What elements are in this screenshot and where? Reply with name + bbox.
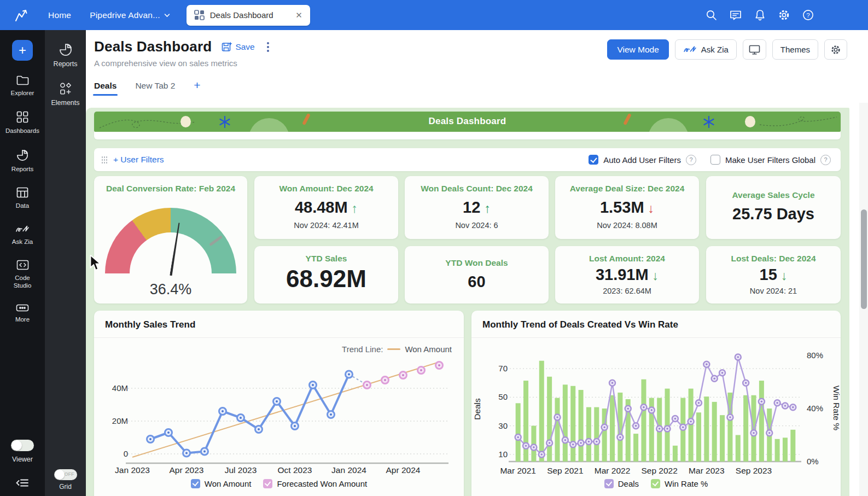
page-title: Deals Dashboard: [94, 38, 212, 55]
legend-item-won-amount[interactable]: Won Amount: [191, 479, 252, 488]
top-navbar: Home Pipedrive Advan... Deals Dashboard …: [0, 0, 868, 30]
legend-checkbox: [191, 479, 200, 488]
zoho-analytics-logo-icon[interactable]: [12, 7, 30, 24]
viewer-mode-toggle[interactable]: [11, 440, 34, 451]
main-area: Deals Dashboard Save A comprehensive vie…: [86, 30, 868, 496]
help-question-icon[interactable]: ?: [820, 155, 831, 165]
collapse-sidebar-icon[interactable]: [15, 477, 30, 488]
auto-add-user-filters-checkbox[interactable]: [589, 155, 598, 165]
zia-icon: [15, 224, 30, 234]
kpi-card-average-deal-size[interactable]: Average Deal Size: Dec 2024 1.53M↓ Nov 2…: [555, 176, 699, 239]
win-rate-bar: [547, 377, 552, 462]
kpi-card-won-amount[interactable]: Won Amount: Dec 2024 48.48M↑ Nov 2024: 4…: [254, 176, 398, 239]
kpi-card-ytd-sales[interactable]: YTD Sales 68.92M: [254, 246, 398, 304]
add-tab-button[interactable]: +: [194, 79, 200, 96]
grid-toggle[interactable]: OFF: [54, 469, 77, 480]
tab-new-tab-2[interactable]: New Tab 2: [135, 81, 175, 96]
page-subtitle: A comprehensive view on sales metrics: [94, 59, 237, 68]
help-question-icon[interactable]: ?: [686, 155, 696, 165]
pie-chart-icon: [59, 43, 72, 56]
themes-button[interactable]: Themes: [772, 39, 818, 60]
win-rate-bar: [775, 439, 780, 462]
drag-handle-icon[interactable]: [101, 156, 108, 164]
kpi-card-ytd-won-deals[interactable]: YTD Won Deals 60: [405, 246, 549, 304]
kpi-value: 15: [760, 266, 777, 284]
viewer-toggle-label: Viewer: [12, 456, 33, 463]
chart-card-monthly-sales-trend[interactable]: Monthly Sales Trend Trend Line: Won Amou…: [94, 311, 464, 496]
win-rate-bar: [516, 403, 521, 462]
win-rate-bar: [563, 384, 568, 462]
sidebar-item-ask-zia[interactable]: Ask Zia: [0, 224, 45, 246]
settings-gear-icon[interactable]: [778, 9, 790, 21]
make-user-filters-global-label: Make User Filters Global: [725, 155, 815, 165]
x-axis-tick-label: Apr 2024: [386, 465, 421, 475]
add-user-filters-button[interactable]: + User Filters: [113, 155, 164, 165]
view-mode-button[interactable]: View Mode: [607, 39, 668, 60]
kpi-card-deal-conversion-rate[interactable]: Deal Conversion Rate: Feb 2024 36.4%: [94, 176, 247, 304]
dashboard-canvas: Deals Dashboard + User Filters Auto Add …: [86, 108, 849, 496]
kpi-card-won-deals-count[interactable]: Won Deals Count: Dec 2024 12↑ Nov 2024: …: [405, 176, 549, 239]
kpi-card-lost-deals[interactable]: Lost Deals: Dec 2024 15↓ Nov 2024: 21: [706, 246, 841, 304]
win-rate-bar: [790, 430, 795, 462]
scrollbar-thumb[interactable]: [861, 209, 867, 309]
sidebar-item-dashboards[interactable]: Dashboards: [0, 111, 45, 135]
save-icon: [222, 42, 232, 52]
vertical-scrollbar[interactable]: [859, 103, 868, 496]
line-chart: 020M40MJan 2023Apr 2023Jul 2023Oct 2023J…: [94, 338, 455, 476]
kpi-card-lost-amount[interactable]: Lost Amount: 2024 31.91M↓ 2023: 62.64M: [555, 246, 699, 304]
panel-item-label: Elements: [51, 99, 79, 108]
gauge-value: 36.4%: [94, 281, 247, 298]
kpi-title: YTD Won Deals: [405, 246, 549, 268]
kpi-card-average-sales-cycle[interactable]: Average Sales Cycle 25.75 Days: [706, 176, 841, 239]
win-rate-bar: [759, 381, 764, 462]
feedback-icon[interactable]: [729, 9, 742, 21]
save-button[interactable]: Save: [222, 42, 254, 52]
x-axis-tick-label: Jan 2023: [115, 465, 150, 475]
ask-zia-button[interactable]: Ask Zia: [675, 39, 737, 60]
legend-label: Won Amount: [205, 479, 252, 488]
chart-title: Monthly Trend of Deals Created Vs Win Ra…: [471, 311, 841, 338]
star-decoration: [703, 116, 715, 128]
nav-home[interactable]: Home: [48, 10, 71, 20]
search-icon[interactable]: [705, 9, 718, 21]
sidebar-item-explorer[interactable]: Explorer: [0, 75, 45, 97]
sidebar-item-label: Data: [16, 202, 29, 209]
presentation-display-button[interactable]: [743, 39, 766, 60]
banner-widget[interactable]: Deals Dashboard: [94, 112, 841, 139]
win-rate-bar: [555, 398, 560, 462]
dashboards-grid-icon: [16, 111, 28, 123]
x-axis-tick-label: Mar 2023: [689, 466, 724, 475]
panel-item-elements[interactable]: Elements: [45, 82, 86, 108]
x-axis-tick-label: Apr 2023: [170, 465, 204, 475]
sidebar-item-code-studio[interactable]: Code Studio: [0, 260, 45, 290]
tab-title: Deals Dashboard: [210, 10, 273, 20]
kpi-title: Deal Conversion Rate: Feb 2024: [94, 176, 247, 194]
win-rate-bar: [633, 434, 638, 462]
open-view-tab[interactable]: Deals Dashboard ✕: [187, 5, 310, 26]
notifications-bell-icon[interactable]: [754, 9, 766, 21]
panel-item-reports[interactable]: Reports: [45, 43, 86, 69]
left-axis-title: Deals: [473, 398, 482, 420]
chart-legend: Deals Win Rate %: [471, 479, 841, 488]
elements-shapes-icon: [59, 82, 72, 95]
sidebar-item-data[interactable]: Data: [0, 187, 45, 209]
legend-item-forecasted-won-amount[interactable]: Forecasted Won Amount: [263, 479, 367, 488]
win-rate-bar: [673, 446, 678, 462]
dashboard-settings-button[interactable]: [824, 39, 847, 60]
make-user-filters-global-checkbox[interactable]: [710, 155, 720, 165]
chart-card-deals-vs-win-rate[interactable]: Monthly Trend of Deals Created Vs Win Ra…: [471, 311, 841, 496]
sidebar-item-label: Reports: [11, 165, 33, 173]
nav-workspace-switcher[interactable]: Pipedrive Advan...: [90, 10, 170, 20]
create-new-button[interactable]: +: [12, 40, 33, 61]
sidebar-item-reports[interactable]: Reports: [0, 149, 45, 173]
more-options-kebab[interactable]: [265, 40, 271, 54]
left-axis-tick-label: 50: [498, 392, 508, 401]
gear-icon: [830, 44, 841, 55]
help-icon[interactable]: ?: [802, 9, 814, 21]
tab-close-icon[interactable]: ✕: [288, 10, 302, 20]
legend-item-deals[interactable]: Deals: [604, 479, 639, 488]
sidebar-item-more[interactable]: More: [0, 304, 45, 323]
chart-legend: Won Amount Forecasted Won Amount: [94, 479, 464, 488]
tab-deals[interactable]: Deals: [94, 81, 116, 96]
legend-item-win-rate[interactable]: Win Rate %: [651, 479, 708, 488]
